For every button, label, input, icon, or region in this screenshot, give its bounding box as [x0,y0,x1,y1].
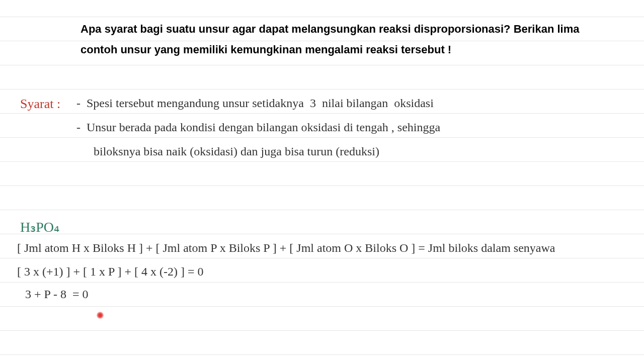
syarat-line-1: - Spesi tersebut mengandung unsur setida… [76,97,434,110]
syarat-label-text: Syarat [20,97,53,111]
equation-line-1: [ Jml atom H x Biloks H ] + [ Jml atom P… [17,241,555,255]
equation-line-2: [ 3 x (+1) ] + [ 1 x P ] + [ 4 x (-2) ] … [17,265,204,279]
syarat-label: Syarat : [20,97,60,112]
pointer-dot [97,312,104,319]
syarat-line-2: - Unsur berada pada kondisi dengan bilan… [76,121,440,134]
question-text: Apa syarat bagi suatu unsur agar dapat m… [80,19,584,60]
syarat-line-3: biloksnya bisa naik (oksidasi) dan juga … [94,145,379,158]
equation-line-3: 3 + P - 8 = 0 [25,288,89,301]
formula-h3po4: H₃PO₄ [20,219,59,235]
